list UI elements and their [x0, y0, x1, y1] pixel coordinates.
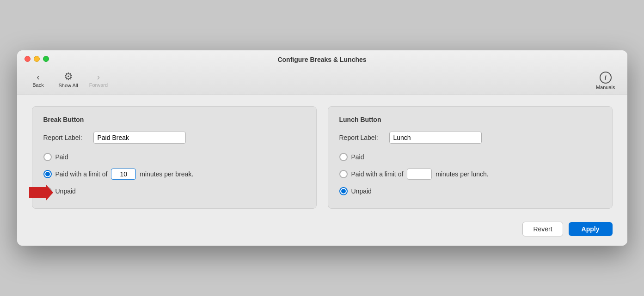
forward-label: Forward [89, 82, 108, 88]
toolbar: ‹ Back ⚙ Show All › Forward i Manuals [25, 67, 620, 95]
arrow-indicator [29, 184, 53, 203]
break-panel-title: Break Button [43, 116, 305, 123]
break-report-label-text: Report Label: [43, 134, 90, 141]
maximize-button[interactable] [43, 56, 49, 62]
break-minutes-input[interactable] [111, 169, 136, 180]
lunch-panel-title: Lunch Button [339, 116, 601, 123]
window-title: Configure Breaks & Lunches [277, 56, 366, 63]
gear-icon: ⚙ [64, 72, 73, 82]
break-report-label-row: Report Label: [43, 132, 305, 144]
manuals-label: Manuals [596, 85, 615, 90]
break-unpaid-row: Unpaid [43, 187, 305, 195]
manuals-button[interactable]: i Manuals [591, 70, 620, 92]
lunch-report-label-text: Report Label: [339, 134, 386, 141]
break-paid-limit-row: Paid with a limit of minutes per break. [43, 169, 305, 180]
lunch-unpaid-row: Unpaid [339, 187, 601, 195]
main-window: Configure Breaks & Lunches ‹ Back ⚙ Show… [17, 50, 627, 246]
back-icon: ‹ [37, 72, 40, 81]
forward-icon: › [97, 72, 100, 81]
break-paid-radio[interactable] [43, 153, 52, 161]
svg-marker-0 [29, 184, 53, 201]
lunch-unpaid-radio[interactable] [339, 187, 348, 195]
break-button-panel: Break Button Report Label: Paid Paid wit… [32, 106, 317, 209]
lunch-minutes-suffix: minutes per lunch. [435, 170, 488, 178]
content-area: Break Button Report Label: Paid Paid wit… [17, 95, 627, 246]
lunch-paid-label: Paid [351, 153, 364, 161]
lunch-paid-limit-row: Paid with a limit of minutes per lunch. [339, 169, 601, 180]
lunch-paid-limit-radio[interactable] [339, 170, 348, 178]
lunch-report-label-input[interactable] [389, 132, 482, 144]
lunch-paid-row: Paid [339, 153, 601, 161]
toolbar-left: ‹ Back ⚙ Show All › Forward [25, 70, 113, 90]
lunch-minutes-input[interactable] [407, 169, 432, 180]
close-button[interactable] [25, 56, 31, 62]
lunch-radio-group: Paid Paid with a limit of minutes per lu… [339, 153, 601, 195]
break-report-label-input[interactable] [93, 132, 186, 144]
lunch-unpaid-label: Unpaid [351, 187, 372, 195]
title-bar: Configure Breaks & Lunches ‹ Back ⚙ Show… [17, 50, 627, 95]
bottom-bar: Revert Apply [522, 222, 612, 236]
break-minutes-suffix: minutes per break. [140, 170, 193, 178]
show-all-button[interactable]: ⚙ Show All [54, 70, 83, 90]
revert-button[interactable]: Revert [522, 222, 563, 236]
traffic-lights [25, 56, 49, 62]
lunch-paid-limit-label: Paid with a limit of [351, 170, 404, 178]
forward-button[interactable]: › Forward [85, 70, 112, 90]
break-paid-label: Paid [55, 153, 68, 161]
apply-button[interactable]: Apply [569, 222, 613, 236]
lunch-paid-radio[interactable] [339, 153, 348, 161]
title-row: Configure Breaks & Lunches [25, 56, 620, 63]
lunch-button-panel: Lunch Button Report Label: Paid Paid wit… [328, 106, 613, 209]
arrow-icon [29, 184, 53, 201]
back-button[interactable]: ‹ Back [25, 70, 52, 90]
break-paid-limit-radio[interactable] [43, 170, 52, 178]
back-label: Back [32, 82, 43, 88]
show-all-label: Show All [59, 83, 78, 88]
minimize-button[interactable] [34, 56, 40, 62]
break-paid-row: Paid [43, 153, 305, 161]
info-icon: i [600, 72, 612, 84]
break-unpaid-label: Unpaid [55, 187, 76, 195]
panels-row: Break Button Report Label: Paid Paid wit… [32, 106, 613, 209]
break-paid-limit-label: Paid with a limit of [55, 170, 108, 178]
break-radio-group: Paid Paid with a limit of minutes per br… [43, 153, 305, 195]
lunch-report-label-row: Report Label: [339, 132, 601, 144]
